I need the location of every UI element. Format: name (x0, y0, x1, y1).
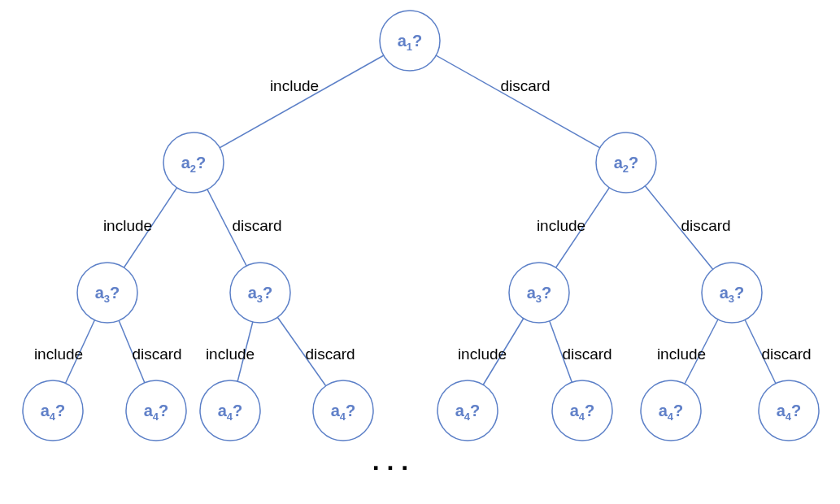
node-a3-rr: a3? (702, 263, 762, 323)
node-a3-rr-q: ? (734, 284, 744, 302)
node-a4-6: a4? (641, 380, 701, 441)
node-a3-rl-q: ? (542, 284, 551, 302)
edge-root-left (194, 41, 410, 163)
node-a2-left: a2? (163, 133, 224, 193)
edge-label-lr-discard: discard (305, 345, 355, 363)
node-a4-2: a4? (200, 380, 260, 441)
node-a3-ll-q: ? (110, 284, 120, 302)
edge-label-rl-include: include (458, 345, 507, 363)
node-a4-0: a4? (23, 380, 83, 441)
node-a3-rl: a3? (509, 263, 569, 323)
node-a4-4: a4? (437, 380, 498, 441)
ellipsis: . . . (372, 446, 408, 476)
node-a4-5-q: ? (585, 402, 594, 419)
node-a4-2-q: ? (233, 402, 242, 419)
node-a4-3-q: ? (346, 402, 355, 419)
node-a3-lr-q: ? (263, 284, 272, 302)
node-a3-ll-sub: 3 (104, 293, 110, 305)
edge-label-root-discard: discard (500, 77, 550, 94)
edge-label-l-include: include (103, 217, 152, 234)
node-a4-4-q: ? (470, 402, 480, 419)
node-a3-rr-sub: 3 (729, 293, 734, 305)
edge-label-lr-include: include (206, 345, 255, 363)
edge-label-rr-discard: discard (761, 345, 811, 363)
edge-label-l-discard: discard (232, 217, 281, 234)
edge-label-ll-include: include (34, 345, 83, 363)
node-a4-7: a4? (759, 380, 819, 441)
node-a3-rl-sub: 3 (536, 293, 542, 305)
edge-label-r-discard: discard (681, 217, 730, 234)
node-a2-left-sub: 2 (190, 163, 196, 175)
node-a4-6-q: ? (673, 402, 683, 419)
node-a4-1-q: ? (159, 402, 168, 419)
node-a3-ll: a3? (77, 263, 137, 323)
edge-root-right (410, 41, 626, 163)
node-a4-0-q: ? (55, 402, 65, 419)
node-a1: a1? (380, 11, 440, 71)
edge-label-rr-include: include (657, 345, 706, 363)
node-a2-left-q: ? (196, 154, 206, 172)
node-a2-right-q: ? (629, 154, 638, 172)
edge-label-root-include: include (270, 77, 319, 94)
node-a1-sub: 1 (407, 41, 412, 53)
edge-label-r-include: include (537, 217, 585, 234)
node-a1-q: ? (412, 32, 422, 50)
node-a4-3: a4? (313, 380, 373, 441)
node-a4-5: a4? (552, 380, 612, 441)
decision-tree-diagram: include discard include discard include … (0, 0, 840, 504)
node-a4-1: a4? (126, 380, 186, 441)
node-a2-right-sub: 2 (623, 163, 629, 175)
edge-label-ll-discard: discard (132, 345, 181, 363)
node-a3-lr-sub: 3 (257, 293, 263, 305)
edge-label-rl-discard: discard (562, 345, 612, 363)
node-a4-7-q: ? (791, 402, 801, 419)
node-a2-right: a2? (596, 133, 656, 193)
node-a3-lr: a3? (230, 263, 290, 323)
